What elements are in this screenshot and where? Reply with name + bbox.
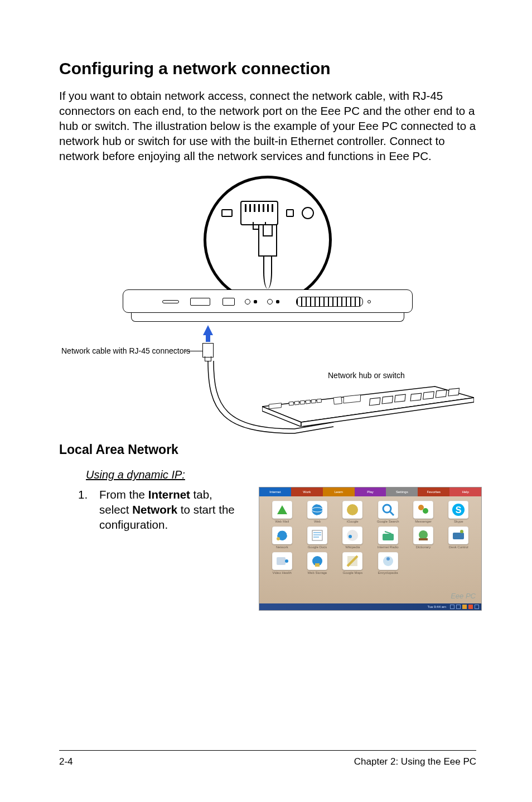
launcher-google-docs[interactable]: Google Docs [300,526,334,549]
svg-rect-10 [333,397,342,404]
subsection-heading: Using a dynamic IP: [86,468,476,481]
tray-icon[interactable] [475,605,479,609]
svg-point-22 [383,505,391,513]
usb-port-icon [221,209,233,217]
vga-port-icon [190,298,210,306]
os-screenshot: Internet Work Learn Play Settings Favori… [259,487,482,611]
launcher-web[interactable]: Web [300,501,334,523]
cable-label: Network cable with RJ-45 connectors [61,346,190,355]
svg-rect-7 [306,400,311,404]
lan-port-icon [223,298,235,306]
launcher-google-search[interactable]: Google Search [371,501,405,523]
svg-rect-5 [294,401,299,405]
tab-help[interactable]: Help [449,487,481,496]
svg-point-25 [423,508,428,514]
tray-clock: Tue 9:44 am [428,605,446,608]
jack-icon [302,207,314,219]
launcher-encyclopedia[interactable]: Encyclopedia [371,552,405,574]
network-hub: Network hub or switch [262,382,474,427]
svg-rect-33 [383,534,394,540]
tab-bar: Internet Work Learn Play Settings Favori… [259,487,481,496]
launcher-webmail[interactable]: Web Mail [265,501,299,523]
launcher-igoogle[interactable]: iGoogle [336,501,370,523]
rj45-port-icon [240,201,278,225]
tab-internet[interactable]: Internet [259,487,291,496]
tray-icon[interactable] [450,605,454,609]
launcher-web-storage[interactable]: Web Storage [300,552,334,574]
svg-text:S: S [456,505,462,515]
svg-rect-17 [436,390,447,398]
svg-rect-18 [448,388,460,396]
page-title: Configuring a network connection [59,59,476,78]
svg-rect-6 [300,400,305,404]
rj45-plug-small-icon [202,343,214,357]
tab-learn[interactable]: Learn [323,487,355,496]
hub-label: Network hub or switch [328,371,405,380]
chapter-label: Chapter 2: Using the Eee PC [354,756,476,767]
tab-work[interactable]: Work [291,487,323,496]
launcher-wikipedia[interactable]: Wikipedia [336,526,370,549]
system-tray: Tue 9:44 am [259,603,481,610]
tray-icon[interactable] [468,605,473,609]
cable-segment [263,255,272,289]
arrow-stem [206,334,210,342]
svg-rect-41 [315,563,320,567]
audio-jack-icon [245,299,250,305]
svg-rect-13 [382,396,393,404]
page-footer: 2-4 Chapter 2: Using the Eee PC [59,750,476,767]
svg-rect-8 [311,399,316,403]
zoom-callout [204,176,332,304]
svg-point-29 [277,537,280,540]
launcher-network[interactable]: Network [265,526,299,549]
tab-favorites[interactable]: Favorites [418,487,449,496]
svg-rect-38 [277,557,286,565]
svg-rect-35 [419,538,428,540]
launcher-desk-control[interactable]: Desk Control [442,526,476,549]
svg-point-39 [285,559,288,563]
launcher-skype[interactable]: SSkype [442,501,476,523]
svg-rect-15 [410,393,422,401]
indicator-dot [254,300,257,303]
svg-point-34 [419,530,428,539]
audio-jack-icon [267,299,273,305]
step-number: 1. [78,487,99,532]
svg-line-23 [390,511,394,515]
launcher-video-health[interactable]: Video Health [265,552,299,574]
launcher-dictionary[interactable]: Dictionary [406,526,440,549]
svg-point-31 [347,530,358,541]
page-number: 2-4 [59,756,73,767]
laptop-side-view [123,289,413,328]
svg-rect-4 [289,402,294,405]
network-diagram: Network cable with RJ-45 connectors Netw… [61,176,474,438]
launcher-messenger[interactable]: Messenger [406,501,440,523]
tray-icon[interactable] [462,605,467,609]
tab-play[interactable]: Play [355,487,386,496]
svg-point-32 [349,535,352,538]
step-1: 1. From the Internet tab, select Network… [78,487,243,532]
svg-point-44 [386,557,390,561]
launcher-grid: Web Mail Web iGoogle Google Search Messe… [259,496,481,574]
indicator-dot [276,300,279,303]
vent-icon [296,297,363,307]
tab-settings[interactable]: Settings [386,487,418,496]
aux-port-icon [286,209,294,217]
section-heading: Local Area Network [59,442,476,457]
launcher-google-maps[interactable]: Google Maps [336,552,370,574]
launcher-radio[interactable]: Internet Radio [371,526,405,549]
indicator-dot [367,300,371,303]
svg-rect-14 [395,394,406,402]
intro-paragraph: If you want to obtain network access, co… [59,88,476,163]
svg-point-37 [460,530,463,533]
brand-logo: Eee PC [451,592,476,600]
svg-point-21 [347,504,358,515]
tray-icon[interactable] [456,605,461,609]
svg-point-24 [418,505,424,510]
svg-rect-30 [312,530,322,540]
svg-rect-16 [423,392,434,399]
slot-icon [162,300,179,303]
step-text: From the Internet tab, select Network to… [99,487,243,532]
svg-rect-9 [317,399,322,403]
svg-rect-36 [453,533,464,539]
rj45-plug-icon [258,224,277,257]
svg-rect-12 [369,398,380,405]
